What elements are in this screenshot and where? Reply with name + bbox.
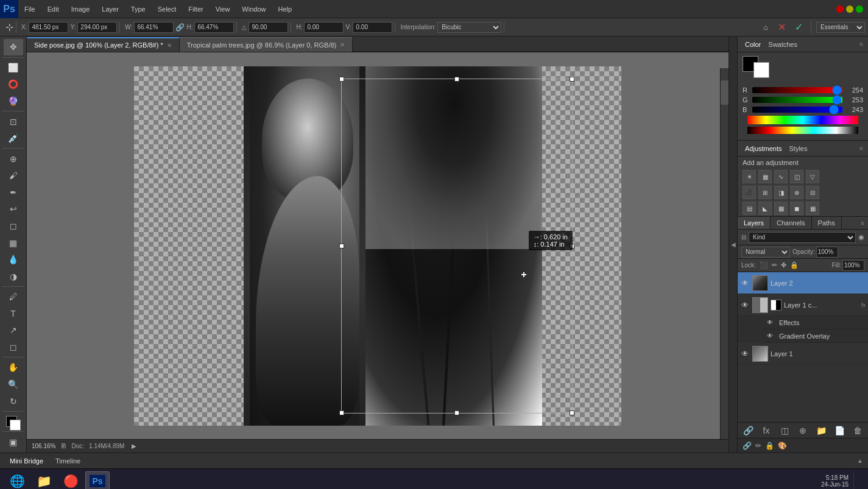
show-desktop-btn[interactable] (853, 471, 863, 490)
brush-tool[interactable]: 🖌 (4, 167, 23, 184)
taskbar-chrome[interactable]: 🔴 (58, 471, 83, 490)
layer-1c-visibility[interactable]: 👁 (740, 300, 750, 310)
layer-item-1c[interactable]: 👁 Layer 1 c... fx (738, 294, 868, 316)
menu-type[interactable]: Type (125, 0, 152, 18)
layers-color-icon[interactable]: 🎨 (778, 442, 787, 450)
exposure-adj[interactable]: ◫ (790, 170, 803, 183)
x-input[interactable] (29, 22, 68, 33)
eyedropper-tool[interactable]: 💉 (4, 130, 23, 147)
spot-heal-tool[interactable]: ⊕ (4, 150, 23, 167)
color-gradient-bar[interactable] (747, 127, 858, 134)
confirm-transform-button[interactable]: ✓ (791, 20, 806, 35)
blur-tool[interactable]: 💧 (4, 252, 23, 268)
timeline-tab[interactable]: Timeline (51, 456, 85, 466)
menu-file[interactable]: File (18, 0, 41, 18)
curves-adj[interactable]: ∿ (774, 170, 788, 183)
threshold-adj[interactable]: ◣ (758, 202, 772, 215)
hand-tool[interactable]: ✋ (4, 359, 23, 376)
lasso-tool[interactable]: ⭕ (4, 76, 23, 93)
blend-mode-select[interactable]: Normal (741, 247, 790, 258)
layers-lock2-icon[interactable]: 🔒 (765, 442, 774, 450)
filter-toggle[interactable]: ◉ (858, 233, 864, 241)
menu-layer[interactable]: Layer (96, 0, 125, 18)
minimize-btn[interactable] (846, 5, 853, 13)
lock-position-btn[interactable]: ✤ (781, 261, 786, 269)
effects-visibility[interactable]: 👁 (767, 319, 777, 326)
fg-bg-swatch[interactable] (4, 413, 23, 430)
new-layer-btn[interactable]: 📄 (834, 425, 845, 436)
layer-2-visibility[interactable]: 👁 (740, 278, 750, 288)
mini-bridge-tab[interactable]: Mini Bridge (5, 456, 48, 466)
layer-style-btn[interactable]: fx (761, 425, 772, 436)
shape-tool[interactable]: ◻ (4, 339, 23, 356)
warp-icon[interactable]: ⌂ (760, 21, 772, 33)
gradient-overlay-item[interactable]: 👁 Gradient Overlay (764, 329, 868, 343)
adjustments-tab[interactable]: Adjustments (743, 145, 785, 152)
vertical-scrollbar[interactable] (720, 68, 729, 439)
colorbalance-adj[interactable]: ⊞ (758, 186, 772, 199)
menu-window[interactable]: Window (236, 0, 272, 18)
hsl-adj[interactable]: ⬛ (743, 186, 756, 199)
adjustments-panel-menu[interactable]: ≡ (859, 145, 863, 152)
b-slider[interactable] (752, 107, 842, 113)
chain-icon[interactable]: 🔗 (175, 23, 185, 32)
posterize-adj[interactable]: ▤ (743, 202, 756, 215)
quick-select-tool[interactable]: 🔮 (4, 93, 23, 110)
taskbar-explorer[interactable]: 📁 (32, 471, 56, 490)
menu-image[interactable]: Image (65, 0, 96, 18)
close-btn[interactable] (836, 5, 844, 13)
layer-filter-select[interactable]: Kind (749, 232, 856, 243)
y-input[interactable] (77, 22, 117, 33)
photo-filter-adj[interactable]: ⊕ (790, 186, 803, 199)
layer-1c-fx[interactable]: fx (861, 302, 866, 308)
layers-panel-menu[interactable]: ≡ (861, 220, 864, 227)
marquee-tool[interactable]: ⬜ (4, 60, 23, 76)
maximize-btn[interactable] (856, 5, 863, 13)
color-spectrum-bar[interactable] (747, 116, 858, 124)
gradient-overlay-visibility[interactable]: 👁 (767, 332, 777, 339)
lock-image-btn[interactable]: ✏ (772, 261, 777, 269)
zoom-tool[interactable]: 🔍 (4, 376, 23, 393)
new-adjustment-layer-btn[interactable]: ⊕ (797, 425, 808, 436)
color-panel-menu[interactable]: ≡ (859, 41, 863, 47)
history-brush-tool[interactable]: ↩ (4, 201, 23, 217)
taskbar-ie[interactable]: 🌐 (5, 471, 29, 490)
v-skew-input[interactable] (353, 22, 392, 33)
screen-mode-btn[interactable]: ▣ (4, 434, 23, 450)
rotate-view-tool[interactable]: ↻ (4, 393, 23, 409)
menu-select[interactable]: Select (152, 0, 183, 18)
rotation-input[interactable] (249, 22, 288, 33)
tab-tropical[interactable]: Tropical palm trees.jpg @ 86.9% (Layer 0… (180, 37, 353, 52)
layers-tab[interactable]: Layers (738, 217, 771, 229)
layer-item-1[interactable]: 👁 Layer 1 (738, 343, 868, 365)
layer-item-2[interactable]: 👁 Layer 2 (738, 272, 868, 294)
color-tab[interactable]: Color (743, 41, 763, 48)
fill-input[interactable] (842, 260, 864, 271)
path-select-tool[interactable]: ↗ (4, 322, 23, 339)
tab-tropical-close[interactable]: ✕ (340, 41, 345, 48)
pen-tool[interactable]: 🖊 (4, 289, 23, 305)
gradientmap-adj[interactable]: ◼ (790, 202, 803, 215)
channels-tab[interactable]: Channels (771, 217, 811, 229)
eraser-tool[interactable]: ◻ (4, 218, 23, 234)
layers-link-icon[interactable]: 🔗 (743, 442, 752, 450)
brightness-adj[interactable]: ☀ (743, 170, 756, 183)
channel-mixer-adj[interactable]: ⊟ (806, 186, 819, 199)
w-input[interactable] (134, 22, 174, 33)
vertical-scrollbar-thumb[interactable] (721, 80, 729, 105)
next-indicator[interactable]: ▶ (132, 443, 136, 449)
invert-adj[interactable]: ▦ (806, 202, 819, 215)
gradient-tool[interactable]: ▦ (4, 234, 23, 251)
bw-adj[interactable]: ◨ (774, 186, 788, 199)
menu-help[interactable]: Help (272, 0, 298, 18)
menu-filter[interactable]: Filter (182, 0, 209, 18)
type-tool[interactable]: T (4, 305, 23, 322)
styles-tab[interactable]: Styles (787, 145, 810, 152)
right-panel-collapse[interactable]: ◀ (729, 37, 737, 452)
tab-side-pose-close[interactable]: ✕ (167, 42, 172, 49)
move-tool[interactable]: ✥ (4, 39, 23, 55)
h-input[interactable] (194, 22, 234, 33)
clone-tool[interactable]: ✒ (4, 184, 23, 200)
crop-tool[interactable]: ⊡ (4, 113, 23, 130)
workspace-select[interactable]: Essentials (816, 22, 865, 33)
